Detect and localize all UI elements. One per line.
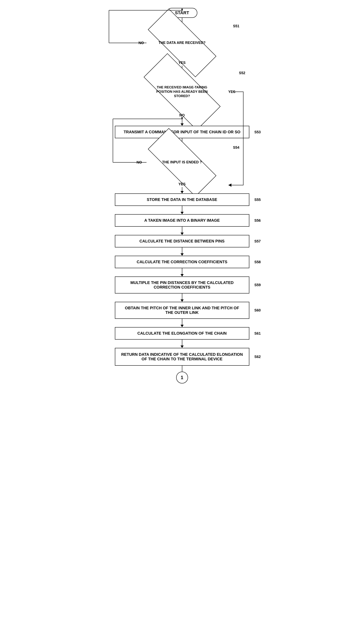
- s52-step-label: S52: [239, 71, 245, 75]
- s54-no-label: NO: [137, 160, 142, 165]
- s52-diamond: THE RECEIVED IMAGE-TAKING POSITION HAS A…: [131, 72, 233, 112]
- s62-process: RETURN DATA INDICATIVE OF THE CALCULATED…: [115, 348, 249, 366]
- s58-process: CALCULATE THE CORRECTION COEFFICIENTS S5…: [115, 256, 249, 268]
- s57-process: CALCULATE THE DISTANCE BETWEEN PINS S57: [115, 235, 249, 247]
- s61-process: CALCULATE THE ELONGATION OF THE CHAIN S6…: [115, 327, 249, 340]
- s51-no-label: NO: [139, 41, 144, 45]
- s52-yes-label: YES: [228, 90, 235, 94]
- flowchart: START THE DATA ARE RECEIVED? NO S51: [93, 8, 271, 383]
- s55-process: STORE THE DATA IN THE DATABASE S55: [115, 193, 249, 206]
- s54-diamond: THE INPUT IS ENDED ? NO: [135, 147, 229, 178]
- s53-process: TRANSMIT A COMMAND FOR INPUT OF THE CHAI…: [115, 126, 249, 138]
- s59-process: MULTIPLE THE PIN DISTANCES BY THE CALCUL…: [115, 276, 249, 293]
- s52-no-label: NO: [179, 113, 185, 118]
- s53-label: S53: [254, 130, 260, 134]
- s52-text: THE RECEIVED IMAGE-TAKING POSITION HAS A…: [156, 85, 208, 98]
- s62-label: S62: [254, 355, 260, 359]
- s54-step-label: S54: [233, 146, 239, 150]
- s60-process: OBTAIN THE PITCH OF THE INNER LINK AND T…: [115, 302, 249, 319]
- s59-label: S59: [254, 283, 260, 287]
- s55-label: S55: [254, 198, 260, 202]
- s51-diamond: THE DATA ARE RECEIVED? NO: [135, 26, 229, 60]
- s58-label: S58: [254, 260, 260, 264]
- s54-yes-label: YES: [178, 182, 186, 186]
- end-terminal: 1: [176, 372, 188, 383]
- s54-text: THE INPUT IS ENDED ?: [162, 160, 202, 165]
- s56-label: S56: [254, 218, 260, 223]
- s51-text: THE DATA ARE RECEIVED?: [158, 41, 206, 45]
- s56-process: A TAKEN IMAGE INTO A BINARY IMAGE S56: [115, 214, 249, 227]
- s61-label: S61: [254, 331, 260, 335]
- s60-label: S60: [254, 308, 260, 312]
- s57-label: S57: [254, 239, 260, 243]
- s51-yes-label: YES: [178, 61, 186, 65]
- s51-step-label: S51: [233, 24, 239, 28]
